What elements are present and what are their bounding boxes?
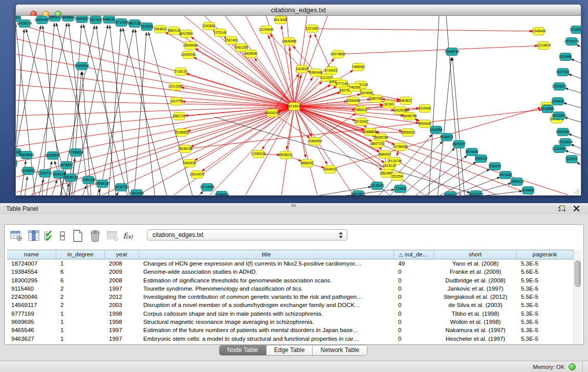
graph-edge[interactable]	[400, 148, 455, 195]
graph-edge[interactable]	[571, 144, 581, 149]
graph-edge[interactable]	[254, 58, 294, 106]
table-cell: 0	[394, 293, 434, 301]
table-row[interactable]: 1456911722003Disruption of a novel membe…	[7, 301, 574, 309]
table-scrollbar[interactable]	[574, 250, 581, 344]
graph-node-label: 1733426	[394, 187, 407, 190]
graph-edge[interactable]	[576, 162, 581, 166]
table-cell: 19384554	[7, 268, 56, 276]
column-header-name[interactable]: name	[7, 250, 56, 259]
graph-edge[interactable]	[16, 39, 294, 106]
table-cell: Jankovic et al. (1997)	[434, 285, 517, 293]
tab-node-table[interactable]: Node Table	[220, 345, 267, 355]
table-cell: 2008	[105, 276, 139, 285]
graph-edge[interactable]	[458, 183, 511, 195]
graph-edge[interactable]	[294, 106, 306, 158]
graph-edge[interactable]	[69, 25, 81, 195]
graph-edge[interactable]	[315, 34, 331, 71]
column-header-indegree[interactable]: in_degree	[56, 250, 105, 259]
graph-node-label: 2935114	[475, 157, 488, 160]
graph-edge[interactable]	[330, 107, 541, 169]
tab-network-table[interactable]: Network Table	[313, 345, 367, 355]
graph-edge[interactable]	[338, 46, 538, 54]
graph-edge[interactable]	[568, 74, 581, 79]
graph-edge[interactable]	[580, 34, 581, 37]
graph-edge[interactable]	[564, 117, 581, 123]
graph-node-label: 7986322	[354, 108, 367, 112]
graph-edge[interactable]	[110, 25, 129, 195]
graph-edge[interactable]	[138, 106, 294, 195]
graph-node-label: 16782759	[114, 185, 129, 189]
table-row[interactable]: 946554611997Estimation of the future num…	[7, 326, 574, 334]
graph-edge[interactable]	[135, 29, 155, 195]
table-row[interactable]: 969969511998Structural magnetic resonanc…	[7, 318, 574, 326]
graph-edge[interactable]	[96, 26, 116, 195]
column-header-title[interactable]: title	[139, 250, 394, 259]
network-svg[interactable]: 1405571140557142069140610553217184938121…	[16, 16, 581, 195]
column-header-year[interactable]: year	[105, 250, 139, 259]
table-mode-button[interactable]	[9, 229, 24, 243]
graph-edge[interactable]	[281, 106, 294, 195]
graph-edge[interactable]	[446, 16, 461, 195]
graph-edge[interactable]	[565, 88, 581, 94]
graph-edge[interactable]	[174, 106, 294, 195]
graph-edge[interactable]	[294, 16, 307, 106]
table-row[interactable]: 977716911998Corpus callosum shape and si…	[7, 310, 574, 318]
column-header-pagerank[interactable]: pagerank	[517, 250, 573, 259]
table-cell: 0	[394, 276, 434, 285]
table-select-dropdown[interactable]: citations_edges.txt	[147, 229, 347, 240]
graph-edge[interactable]	[82, 185, 86, 195]
graph-node-label: 12505135	[63, 176, 78, 179]
graph-node-label: 62160	[384, 102, 394, 106]
graph-edge[interactable]	[294, 104, 383, 106]
scrollbar-thumb[interactable]	[575, 260, 581, 287]
column-header-outde[interactable]: △out_de…	[394, 250, 434, 259]
graph-edge[interactable]	[25, 177, 28, 195]
graph-edge[interactable]	[294, 106, 568, 195]
statusbar-separator	[582, 361, 583, 372]
table-row[interactable]: 911546021997Tourette syndrome. Phenomeno…	[7, 285, 574, 293]
graph-edge[interactable]	[202, 106, 294, 171]
canvas-resize-grip[interactable]	[574, 189, 579, 194]
show-column-button[interactable]	[26, 229, 41, 243]
function-builder-button[interactable]: f(x)	[122, 229, 134, 243]
table-row[interactable]: 946362711997Embryonic stem cells: a mode…	[7, 335, 574, 343]
panel-resize-handle[interactable]	[291, 204, 296, 207]
select-rows-button[interactable]	[43, 229, 55, 243]
graph-node-label: 9884067	[378, 152, 391, 156]
graph-edge[interactable]	[134, 32, 146, 195]
graph-edge[interactable]	[452, 57, 465, 195]
graph-edge[interactable]	[272, 113, 310, 138]
network-canvas[interactable]: 1405571140557142069140610553217184938121…	[16, 16, 581, 195]
new-table-button[interactable]	[70, 229, 85, 243]
column-header-short[interactable]: short	[434, 250, 517, 259]
graph-edge[interactable]	[571, 59, 581, 64]
table-row[interactable]: 1938455462009Genome-wide association stu…	[7, 268, 574, 276]
graph-edge[interactable]	[287, 106, 294, 149]
graph-node-label: 12342737	[38, 171, 53, 175]
close-panel-icon[interactable]	[573, 205, 580, 212]
graph-edge[interactable]	[312, 29, 533, 31]
graph-edge[interactable]	[46, 161, 52, 195]
table-tabs: Node TableEdge TableNetwork Table	[219, 345, 367, 356]
table-cell: 0	[394, 310, 434, 318]
graph-edge[interactable]	[102, 106, 294, 195]
delete-rows-trash-button[interactable]	[88, 229, 103, 243]
graph-edge[interactable]	[16, 106, 294, 116]
graph-edge[interactable]	[108, 28, 121, 195]
memory-status-indicator[interactable]	[569, 363, 576, 370]
graph-edge[interactable]	[16, 106, 294, 146]
graph-node-label: 15592951	[556, 130, 571, 134]
float-panel-icon[interactable]	[558, 205, 565, 212]
table-row[interactable]: 2242004622012Investigating the contribut…	[7, 293, 574, 301]
graph-edge[interactable]	[563, 103, 581, 108]
network-window-titlebar[interactable]: citations_edges.txt	[16, 5, 581, 16]
tab-edge-table[interactable]: Edge Table	[267, 345, 313, 355]
table-row[interactable]: 1872400712008Changes of HCN gene express…	[7, 259, 574, 268]
table-row[interactable]: 1830029562008Estimation of significance …	[7, 276, 574, 285]
row-layout-button[interactable]	[57, 229, 68, 243]
graph-edge[interactable]	[16, 106, 294, 177]
table-cell: 14569117	[7, 301, 56, 309]
table-cell: 1	[56, 259, 105, 268]
graph-edge[interactable]	[576, 45, 581, 49]
graph-edge[interactable]	[197, 191, 203, 195]
